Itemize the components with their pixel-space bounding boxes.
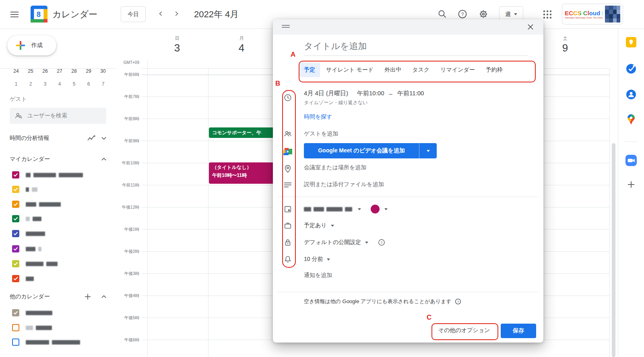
calendar-list-item[interactable] <box>12 339 80 346</box>
vertical-scrollbar[interactable] <box>612 143 615 357</box>
end-time[interactable]: 午前11:00 <box>397 90 424 97</box>
add-calendar-icon[interactable] <box>85 293 91 300</box>
side-panel-icon-divider <box>625 142 638 142</box>
help-icon[interactable]: ? <box>457 9 468 19</box>
datetime-row[interactable]: 4月 4日 (月曜日) 午前10:00 – 午前11:00 <box>304 90 424 97</box>
visibility-dropdown[interactable]: デフォルトの公開設定 ? <box>304 238 385 247</box>
calendar-checkbox[interactable] <box>12 260 19 267</box>
calendar-list-item[interactable] <box>12 186 37 193</box>
mini-cal-day[interactable]: 27 <box>55 68 64 74</box>
start-time[interactable]: 午前10:00 <box>357 90 384 97</box>
tab-focus-time[interactable]: サイレント モード <box>321 63 378 77</box>
mini-cal-day[interactable]: 6 <box>84 81 93 87</box>
event-block[interactable]: コモンサポーター、午 <box>209 127 274 138</box>
calendar-list-item[interactable] <box>12 260 58 267</box>
apps-grid-icon[interactable] <box>543 10 552 19</box>
tab-out-of-office[interactable]: 外出中 <box>380 63 406 77</box>
mini-cal-day[interactable]: 2 <box>26 81 35 87</box>
next-arrow-icon[interactable] <box>171 9 181 18</box>
event-block[interactable]: （タイトルなし） 午前10時〜11時 <box>209 162 274 184</box>
account-badge[interactable]: ECCS Cloud Mail Information Technology C… <box>562 4 623 25</box>
tasks-icon[interactable] <box>626 64 636 74</box>
insights-section[interactable]: 時間の分析情報 <box>10 133 106 143</box>
mini-cal-day[interactable]: 5 <box>69 81 79 87</box>
hamburger-menu-icon[interactable] <box>10 10 19 19</box>
event-title-input[interactable]: タイトルを追加 <box>304 40 367 52</box>
mini-cal-day[interactable]: 28 <box>69 68 79 74</box>
tab-reminder[interactable]: リマインダー <box>436 63 480 77</box>
location-icon <box>284 164 292 173</box>
timezone-recurrence-label[interactable]: タイムゾーン・繰り返さない <box>304 99 368 106</box>
mini-cal-day[interactable]: 26 <box>40 68 50 74</box>
meet-button[interactable]: Google Meet のビデオ会議を追加 <box>304 143 437 158</box>
save-button[interactable]: 保存 <box>501 324 536 338</box>
date-label[interactable]: 4月 4日 (月曜日) <box>304 90 348 97</box>
my-calendars-section-header[interactable]: マイカレンダー <box>10 154 106 164</box>
mini-cal-day[interactable]: 4 <box>55 81 64 87</box>
calendar-list-item[interactable] <box>12 245 41 252</box>
day-number[interactable]: 3 <box>165 42 189 54</box>
chevron-down-icon[interactable] <box>101 137 106 140</box>
calendar-checkbox[interactable] <box>12 215 19 222</box>
calendar-checkbox[interactable] <box>12 201 19 208</box>
calendar-checkbox[interactable] <box>12 186 19 193</box>
calendar-color-dot[interactable] <box>371 205 380 213</box>
create-button[interactable]: 作成 <box>7 35 56 55</box>
tab-task[interactable]: タスク <box>407 63 434 77</box>
close-icon[interactable] <box>526 22 535 32</box>
day-number[interactable]: 4 <box>229 42 254 54</box>
calendar-list-item[interactable] <box>12 201 61 208</box>
help-icon[interactable]: ? <box>378 239 385 246</box>
mini-cal-day[interactable]: 30 <box>98 68 108 74</box>
mini-cal-day[interactable]: 24 <box>11 68 21 74</box>
calendar-list-item[interactable] <box>12 309 52 316</box>
find-time-link[interactable]: 時間を探す <box>304 113 332 121</box>
calendar-logo-icon: 8 <box>31 6 47 23</box>
calendar-checkbox[interactable] <box>12 275 19 282</box>
mini-cal-day[interactable]: 25 <box>26 68 35 74</box>
settings-gear-icon[interactable] <box>478 9 489 19</box>
calendar-list-item[interactable] <box>12 215 41 222</box>
calendar-list-item[interactable] <box>12 275 34 282</box>
calendar-checkbox[interactable] <box>12 171 19 178</box>
tab-appointment-slots[interactable]: 予約枠 <box>481 63 508 77</box>
get-addons-icon[interactable] <box>627 180 636 189</box>
maps-icon[interactable] <box>626 113 636 125</box>
prev-arrow-icon[interactable] <box>156 9 166 18</box>
add-guests-field[interactable]: ゲストを追加 <box>304 130 338 137</box>
calendar-checkbox[interactable] <box>12 309 19 316</box>
reminder-dropdown[interactable]: 10 分前 <box>304 255 330 264</box>
chevron-up-icon[interactable] <box>101 158 106 161</box>
add-notification-button[interactable]: 通知を追加 <box>304 272 332 279</box>
help-icon[interactable]: ? <box>455 298 461 305</box>
add-location-field[interactable]: 会議室または場所を追加 <box>304 164 366 171</box>
calendar-checkbox[interactable] <box>12 245 19 252</box>
day-number[interactable]: 9 <box>553 42 577 54</box>
hour-label: 午前7時 <box>113 94 139 100</box>
calendar-list-item[interactable] <box>12 324 52 331</box>
mini-cal-day[interactable]: 29 <box>84 68 93 74</box>
search-icon[interactable] <box>437 9 448 19</box>
calendar-selector-row[interactable] <box>304 205 388 213</box>
keep-icon[interactable] <box>626 37 636 47</box>
tab-event[interactable]: 予定 <box>299 63 320 77</box>
add-description-field[interactable]: 説明または添付ファイルを追加 <box>304 181 384 188</box>
zoom-icon[interactable] <box>625 155 637 166</box>
other-calendars-section-header[interactable]: 他のカレンダー <box>10 292 106 302</box>
more-options-button[interactable]: その他のオプション <box>432 327 496 334</box>
user-search-input[interactable]: ユーザーを検索 <box>10 108 106 124</box>
dialog-drag-bar[interactable] <box>273 19 543 35</box>
calendar-checkbox[interactable] <box>12 230 19 237</box>
contacts-icon[interactable] <box>626 89 636 100</box>
calendar-checkbox[interactable] <box>12 339 19 346</box>
meet-options-dropdown[interactable] <box>419 143 437 158</box>
today-button[interactable]: 今日 <box>121 6 146 22</box>
calendar-list-item[interactable] <box>12 230 45 237</box>
mini-cal-day[interactable]: 3 <box>40 81 50 87</box>
calendar-list-item[interactable] <box>12 171 83 178</box>
calendar-checkbox[interactable] <box>12 324 19 331</box>
busy-status-dropdown[interactable]: 予定あり <box>304 221 334 230</box>
chevron-up-icon[interactable] <box>101 295 106 298</box>
mini-cal-day[interactable]: 1 <box>11 81 21 87</box>
mini-cal-day[interactable]: 7 <box>98 81 108 87</box>
